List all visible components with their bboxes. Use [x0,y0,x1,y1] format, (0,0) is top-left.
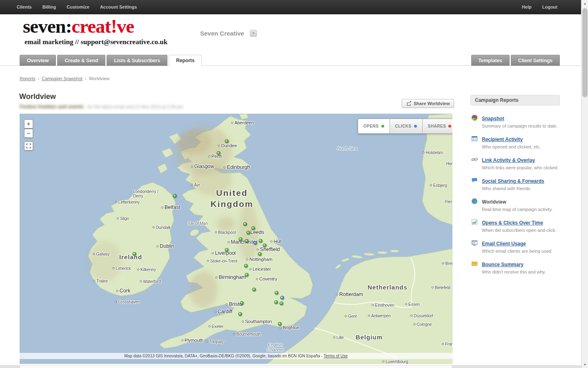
sidebar-desc-opens-clicks-over-time: When did subscribers open and click. [482,228,560,233]
client-name: Seven Creative [200,30,244,37]
town-dot-icon [249,268,252,270]
map-label-leicester: Leicester [249,267,271,272]
map-label-ireland: Ireland [119,254,142,260]
topbar-link-account-settings[interactable]: Account Settings [95,0,142,14]
map-pin-open [217,151,220,155]
town-dot-icon [218,145,220,147]
map-label-torquay: Torquay [206,339,224,344]
town-dot-icon [280,327,282,329]
topbar-link-billing[interactable]: Billing [37,0,62,14]
map-pin-click [281,296,284,300]
page-scrollbar[interactable]: ▲ ▼ [581,0,588,368]
sidebar-link-email-client-usage[interactable]: Email Client Usage [482,241,526,247]
map-label-sligo: Sligo [117,216,129,221]
topbar-left-links: ClientsBillingCustomizeAccount Settings [11,0,142,14]
map-pin-open [247,231,250,235]
nav-tabs-left: OverviewCreate & SendLists & Subscribers… [20,55,203,66]
town-dot-icon [372,304,374,306]
map-label-english-channel: English Channel [267,342,284,352]
map-label-gent: Gent [345,314,357,319]
topbar-link-help[interactable]: Help [517,0,537,14]
map-label-ayr: Ayr [191,183,200,187]
town-dot-icon [161,206,163,209]
map-pin-open [239,238,243,241]
worldview-map[interactable]: AberdeenDundeePerthGlasgowEdinburghNorth… [20,114,452,364]
topbar-link-logout[interactable]: Logout [537,0,563,14]
sidebar-item-email-client-usage: Email Client UsageWhich email clients ar… [470,240,560,254]
tab-templates[interactable]: Templates [471,55,510,66]
map-label-luxembourg: Luxembourg [382,359,408,364]
map-label-birmingham: Birmingham [216,274,246,280]
sidebar-link-social-sharing-forwards[interactable]: Social Sharing & Forwards [482,178,544,184]
zoom-out-button[interactable]: − [24,129,33,138]
town-dot-icon [246,258,248,260]
map-label-nottingham: Nottingham [246,257,272,262]
brand-tagline: email marketing // support@sevencreative… [24,38,167,46]
town-dot-icon [137,269,139,271]
tab-create-send[interactable]: Create & Send [57,55,105,66]
app-header: seven:creat!ve email marketing // suppor… [0,14,581,55]
sidebar-link-bounce-summary[interactable]: Bounce Summary [482,262,523,267]
pie-chart-icon [471,114,478,121]
share-button-label: Share Worldview [414,101,450,106]
town-dot-icon [212,252,214,254]
share-worldview-button[interactable]: Share Worldview [402,99,454,108]
town-dot-icon [156,245,158,247]
tab-overview[interactable]: Overview [20,55,56,66]
shares-dot-icon [448,125,451,128]
town-dot-icon [117,218,119,220]
map-pin-open [280,302,283,305]
link-chain-icon [471,156,478,163]
clicks-toggle-button[interactable]: CLICKS [390,119,423,134]
sidebar-link-recipient-activity[interactable]: Recipient Activity [482,137,523,142]
map-label-netherlands: Netherlands [368,284,408,291]
town-dot-icon [191,166,193,168]
map-label-isle-of-man: Isle of Man [188,221,208,226]
map-label-frankfurt: Frankfurt [442,342,452,346]
map-pin-open [243,222,247,226]
opens-toggle-button[interactable]: OPENS [358,119,390,134]
scrollbar-thumb[interactable] [582,8,588,97]
map-pin-open [252,227,255,230]
map-label-lille: Lille [333,335,344,340]
town-dot-icon [410,315,412,317]
sidebar-desc-worldview: Real-time map of campaign activity. [482,207,560,212]
map-pin-open [173,194,177,198]
breadcrumb-campaign-snapshot[interactable]: Campaign Snapshot [42,76,82,81]
shares-toggle-button[interactable]: SHARES [423,119,452,134]
scrollbar-up-arrow[interactable]: ▲ [581,0,588,7]
map-pin-open [133,252,136,256]
terms-of-use-link[interactable]: Terms of Use [324,354,348,358]
share-icon [406,101,412,107]
sidebar-link-link-activity-overlay[interactable]: Link Activity & Overlay [482,157,535,163]
zoom-in-button[interactable]: + [24,119,33,128]
topbar-link-customize[interactable]: Customize [61,0,95,14]
tab-client-settings[interactable]: Client Settings [511,55,560,66]
client-selector-icon[interactable]: + [250,30,257,37]
sidebar-link-snapshot[interactable]: Snapshot [482,116,504,121]
town-dot-icon [382,361,384,363]
map-label-glasgow: Glasgow [191,164,214,169]
fullscreen-button[interactable] [24,141,33,150]
topbar-link-clients[interactable]: Clients [11,0,37,14]
town-dot-icon [231,122,233,124]
town-dot-icon [224,166,226,168]
sidebar-item-link-activity-overlay: Link Activity & OverlayWhich links were … [470,156,560,170]
bounce-envelope-icon [471,260,478,267]
tab-lists-subscribers[interactable]: Lists & Subscribers [107,55,167,66]
sidebar-item-social-sharing-forwards: Social Sharing & ForwardsWho shared with… [470,177,560,191]
sidebar-desc-social-sharing-forwards: Who shared with friends. [482,186,560,191]
town-dot-icon [153,227,155,229]
map-pin-open [225,248,229,252]
map-label-esbjerg: Esbjerg [430,183,447,188]
town-dot-icon [115,201,117,203]
town-dot-icon [216,276,218,278]
tab-reports[interactable]: Reports [169,55,202,66]
breadcrumb-reports[interactable]: Reports [20,76,36,81]
sidebar-link-opens-clicks-over-time[interactable]: Opens & Clicks Over Time [482,220,543,226]
attribution-text: Map data ©2013 GIS Innovatsia, DATA+, Ge… [125,354,324,358]
sidebar-desc-email-client-usage: Which email clients are being used. [482,249,560,254]
scrollbar-down-arrow[interactable]: ▼ [581,361,588,368]
map-label-stoke-on-trent: Stoke-on-Trent [207,259,237,263]
map-label-limerick: Limerick [112,266,131,271]
